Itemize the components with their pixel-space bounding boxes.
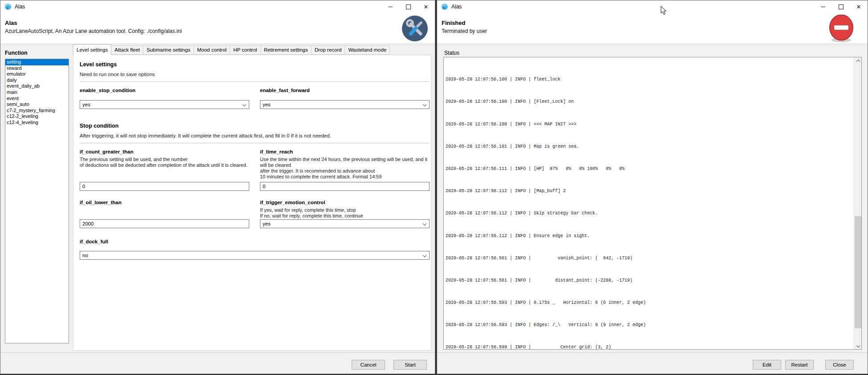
enable-fast-forward-select[interactable]: yes bbox=[260, 100, 430, 109]
sidebar-item[interactable]: daily bbox=[5, 77, 69, 84]
sidebar-item[interactable]: c12-2_leveling bbox=[5, 113, 69, 120]
help-if-time-reach: Use the time within the next 24 hours, t… bbox=[260, 157, 430, 182]
config-title: Alas bbox=[5, 20, 17, 26]
alas-app-icon bbox=[441, 3, 448, 10]
window-title: Alas bbox=[15, 4, 25, 10]
tab[interactable]: Attack fleet bbox=[111, 45, 143, 55]
sidebar-item[interactable]: event bbox=[5, 96, 69, 102]
if-count-greater-than-input[interactable]: 0 bbox=[80, 182, 249, 191]
sidebar-item[interactable]: c12-4_leveling bbox=[5, 120, 69, 126]
footer-separator bbox=[0, 352, 435, 353]
sidebar-item[interactable]: reward bbox=[5, 65, 69, 72]
tab[interactable]: Wasteland mode bbox=[345, 45, 390, 55]
if-oil-lower-than-value: 2000 bbox=[82, 221, 94, 226]
titlebar[interactable]: Alas ✕ bbox=[0, 0, 435, 13]
chevron-up-icon bbox=[856, 59, 860, 63]
tab-page-level-settings: Level settings Need to run once to save … bbox=[73, 55, 431, 351]
restart-button[interactable]: Restart bbox=[785, 360, 814, 370]
log-line: 2020-05-28 12:07:56.112 | INFO | [Map_bu… bbox=[446, 189, 667, 194]
if-time-reach-value: 0 bbox=[263, 184, 265, 189]
scroll-up-button[interactable] bbox=[854, 57, 862, 65]
label-if-oil-lower-than: if_oil_lower_than bbox=[80, 200, 249, 205]
log-line: 2020-05-28 12:07:56.112 | INFO | Skip st… bbox=[446, 211, 667, 217]
chevron-down-icon bbox=[423, 222, 426, 226]
enable-stop-condition-select[interactable]: yes bbox=[80, 100, 249, 109]
if-dock-full-value: no bbox=[82, 253, 88, 258]
sidebar-item[interactable]: main bbox=[5, 89, 69, 96]
log-line: 2020-05-28 12:07:56.100 | INFO | fleet_l… bbox=[446, 77, 667, 83]
edit-button[interactable]: Edit bbox=[753, 360, 781, 370]
scrollbar-thumb[interactable] bbox=[855, 216, 861, 328]
enable-stop-condition-value: yes bbox=[82, 102, 90, 107]
section-divider bbox=[80, 81, 430, 82]
help-if-count-greater-than: The previous setting will be used, and t… bbox=[80, 157, 249, 182]
run-body: Status 2020-05-28 12:07:56.100 | INFO | … bbox=[437, 44, 868, 374]
start-button[interactable]: Start bbox=[393, 360, 427, 370]
config-body: Function setting reward emulator daily e… bbox=[0, 44, 435, 374]
label-if-dock-full: if_dock_full bbox=[80, 239, 430, 244]
if-oil-lower-than-input[interactable]: 2000 bbox=[80, 219, 249, 228]
section-subtitle-stop-condition: After triggering, it will not stop immed… bbox=[80, 133, 430, 138]
if-trigger-emotion-control-select[interactable]: yes bbox=[260, 219, 430, 228]
log-line: 2020-05-28 12:07:56.593 | INFO | Edges: … bbox=[446, 323, 667, 328]
run-state-title: Finished bbox=[442, 20, 465, 26]
if-time-reach-input[interactable]: 0 bbox=[260, 182, 430, 191]
chevron-down-icon bbox=[423, 254, 426, 257]
tab[interactable]: Level settings bbox=[73, 44, 111, 55]
sidebar-item[interactable]: emulator bbox=[5, 71, 69, 77]
sidebar-item[interactable]: event_daily_ab bbox=[5, 83, 69, 89]
function-listbox[interactable]: setting reward emulator daily event_dail… bbox=[5, 59, 69, 343]
if-count-greater-than-value: 0 bbox=[82, 184, 85, 189]
log-line: 2020-05-28 12:07:56.561 | INFO | vanish_… bbox=[446, 256, 667, 262]
vertical-scrollbar[interactable] bbox=[854, 57, 861, 349]
sidebar-item[interactable]: setting bbox=[5, 59, 69, 65]
sidebar-item[interactable]: semi_auto bbox=[5, 101, 69, 108]
tab[interactable]: Drop record bbox=[312, 45, 345, 55]
maximize-button[interactable] bbox=[399, 0, 417, 13]
minimize-icon bbox=[388, 7, 393, 7]
tab[interactable]: Submarine settings bbox=[143, 45, 194, 55]
window-alas-config: Alas ✕ Alas AzurLaneAutoScript, An Azur … bbox=[0, 0, 435, 374]
minimize-button[interactable] bbox=[381, 0, 399, 13]
footer-separator bbox=[437, 352, 868, 353]
alas-app-icon bbox=[4, 3, 12, 10]
run-state-subtitle: Terminated by user bbox=[442, 28, 487, 34]
tab[interactable]: Retirement settings bbox=[261, 45, 312, 55]
sidebar-item[interactable]: c7-2_mystery_farming bbox=[5, 108, 69, 114]
maximize-icon bbox=[406, 4, 411, 9]
cancel-button[interactable]: Cancel bbox=[352, 360, 385, 370]
spacer bbox=[80, 205, 249, 219]
log-line: 2020-05-28 12:07:56.100 | INFO | [Fleet_… bbox=[446, 99, 667, 105]
close-window-button[interactable]: Close bbox=[825, 360, 854, 370]
if-dock-full-select[interactable]: no bbox=[80, 251, 430, 260]
tab[interactable]: HP control bbox=[230, 45, 260, 55]
maximize-icon bbox=[839, 4, 844, 9]
section-title-stop-condition: Stop condition bbox=[80, 123, 430, 129]
label-enable-stop-condition: enable_stop_condition bbox=[80, 88, 249, 93]
log-line: 2020-05-28 12:07:56.593 | INFO | 0.175s … bbox=[446, 300, 667, 306]
config-header: Alas AzurLaneAutoScript, An Azur Lane au… bbox=[0, 13, 435, 44]
run-header: Finished Terminated by user bbox=[437, 13, 868, 44]
minimize-icon bbox=[821, 7, 825, 7]
scroll-down-button[interactable] bbox=[854, 342, 862, 349]
log-line: 2020-05-28 12:07:56.599 | INFO | Center … bbox=[446, 345, 667, 350]
log-output[interactable]: 2020-05-28 12:07:56.100 | INFO | fleet_l… bbox=[443, 57, 862, 350]
function-label: Function bbox=[5, 50, 28, 56]
window-alas-run-status: Alas ✕ Finished Terminated by user Statu… bbox=[437, 0, 868, 374]
label-if-time-reach: if_time_reach bbox=[260, 149, 430, 154]
log-line: 2020-05-28 12:07:56.100 | INFO | <<< MAP… bbox=[446, 122, 667, 128]
minimize-button[interactable] bbox=[814, 0, 832, 13]
section-subtitle-level-settings: Need to run once to save options bbox=[80, 72, 430, 77]
titlebar[interactable]: Alas ✕ bbox=[437, 0, 868, 13]
close-button[interactable]: ✕ bbox=[850, 0, 868, 13]
enable-fast-forward-value: yes bbox=[263, 102, 271, 107]
close-icon: ✕ bbox=[856, 4, 861, 10]
section-title-level-settings: Level settings bbox=[80, 61, 430, 68]
maximize-button[interactable] bbox=[832, 0, 850, 13]
tools-badge-icon bbox=[402, 16, 428, 41]
tab[interactable]: Mood control bbox=[194, 45, 230, 55]
close-icon: ✕ bbox=[424, 4, 429, 10]
stop-sign-icon bbox=[828, 15, 854, 43]
label-enable-fast-forward: enable_fast_forward bbox=[260, 88, 430, 93]
close-button[interactable]: ✕ bbox=[417, 0, 435, 13]
